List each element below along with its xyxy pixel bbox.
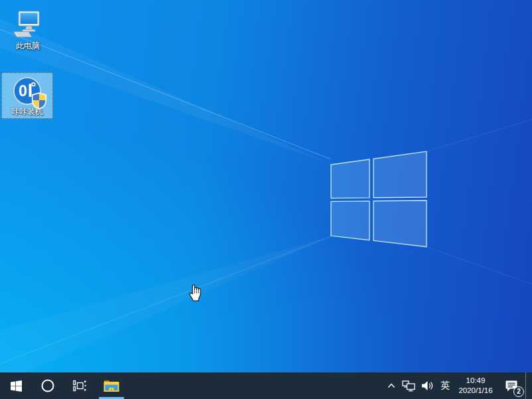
system-tray: 英 10:49 2020/1/16 2 bbox=[383, 372, 532, 399]
volume-tray-button[interactable] bbox=[418, 372, 436, 399]
input-method-indicator[interactable]: 英 bbox=[436, 372, 454, 399]
chevron-up-icon bbox=[387, 382, 395, 389]
cortana-search-button[interactable] bbox=[32, 372, 64, 399]
clock-date: 2020/1/16 bbox=[458, 386, 492, 396]
clock-time: 10:49 bbox=[466, 376, 486, 386]
uac-shield-icon bbox=[31, 92, 47, 110]
svg-text:0: 0 bbox=[19, 82, 27, 100]
show-desktop-button[interactable] bbox=[525, 372, 532, 399]
network-ethernet-icon bbox=[402, 380, 415, 392]
start-button[interactable] bbox=[0, 372, 32, 399]
speaker-icon bbox=[421, 380, 434, 391]
notification-count-badge: 2 bbox=[513, 386, 524, 397]
windows-desktop: 此电脑 0 咔咔装机 bbox=[0, 0, 532, 399]
file-explorer-icon bbox=[103, 378, 120, 393]
task-view-button[interactable] bbox=[64, 372, 96, 399]
hidden-icons-chevron-button[interactable] bbox=[383, 372, 399, 399]
cortana-circle-icon bbox=[40, 378, 55, 393]
desktop-wallpaper[interactable] bbox=[0, 0, 532, 372]
windows-logo-light-rays bbox=[0, 0, 532, 372]
clock[interactable]: 10:49 2020/1/16 bbox=[454, 372, 498, 399]
desktop-icon-label-this-pc: 此电脑 bbox=[16, 42, 40, 52]
task-view-icon bbox=[73, 380, 86, 392]
taskbar-empty-area[interactable] bbox=[127, 372, 383, 399]
desktop-icon-kaka-installer[interactable]: 0 咔咔装机 bbox=[1, 72, 53, 119]
windows-start-icon bbox=[11, 380, 22, 392]
taskbar: 英 10:49 2020/1/16 2 bbox=[0, 372, 532, 399]
desktop-icon-this-pc[interactable]: 此电脑 bbox=[2, 5, 54, 53]
network-tray-button[interactable] bbox=[399, 372, 418, 399]
action-center-button[interactable]: 2 bbox=[498, 372, 525, 399]
this-pc-icon bbox=[13, 9, 43, 40]
file-explorer-button[interactable] bbox=[96, 372, 127, 399]
